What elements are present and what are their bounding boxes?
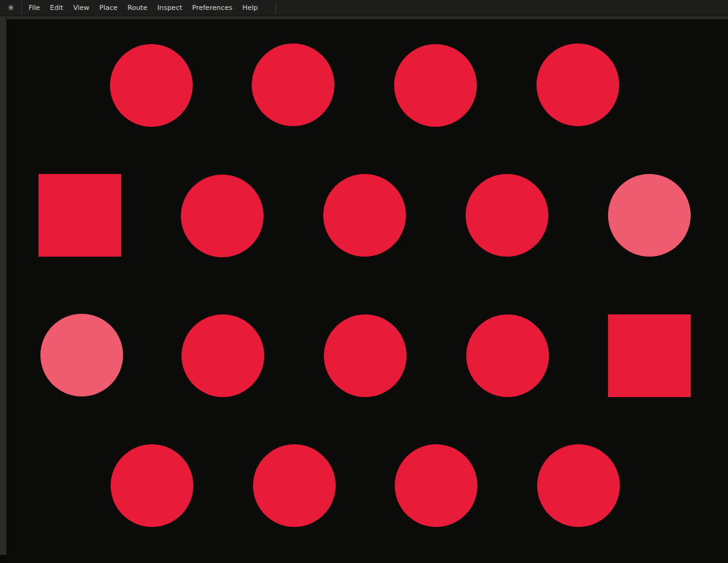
pad-circle[interactable] bbox=[466, 174, 548, 257]
pad-circle[interactable] bbox=[110, 44, 193, 127]
pad-circle[interactable] bbox=[253, 444, 336, 527]
menu-route[interactable]: Route bbox=[127, 1, 147, 15]
menu-place[interactable]: Place bbox=[99, 1, 117, 15]
pad-circle[interactable] bbox=[181, 175, 264, 257]
pad-circle[interactable] bbox=[537, 444, 620, 527]
pad-circle[interactable] bbox=[323, 174, 406, 257]
pad-circle-highlighted[interactable] bbox=[40, 314, 123, 396]
pad-layer bbox=[0, 0, 728, 563]
app-star-icon: ✳ bbox=[7, 4, 14, 12]
pad-circle[interactable] bbox=[395, 444, 477, 527]
pad-circle[interactable] bbox=[394, 44, 477, 127]
pad-circle[interactable] bbox=[111, 444, 193, 527]
pad-circle[interactable] bbox=[466, 314, 549, 397]
menu-file[interactable]: File bbox=[29, 1, 40, 15]
menu-inspect[interactable]: Inspect bbox=[157, 1, 182, 15]
menu-edit[interactable]: Edit bbox=[50, 1, 63, 15]
menubar-separator bbox=[21, 2, 22, 14]
menu-bar: ✳ File Edit View Place Route Inspect Pre… bbox=[0, 0, 728, 16]
pad-circle[interactable] bbox=[252, 43, 334, 126]
window-frame-left bbox=[0, 16, 7, 555]
menu-preferences[interactable]: Preferences bbox=[192, 1, 233, 15]
pad-square[interactable] bbox=[39, 174, 121, 257]
pad-circle-highlighted[interactable] bbox=[608, 174, 691, 257]
menu-help[interactable]: Help bbox=[242, 1, 258, 15]
window-frame-top bbox=[0, 16, 728, 19]
pad-circle[interactable] bbox=[537, 43, 619, 126]
menu-view[interactable]: View bbox=[73, 1, 90, 15]
pad-circle[interactable] bbox=[324, 314, 407, 397]
pad-circle[interactable] bbox=[182, 314, 264, 397]
menubar-separator bbox=[275, 2, 276, 14]
pad-square[interactable] bbox=[608, 314, 691, 397]
